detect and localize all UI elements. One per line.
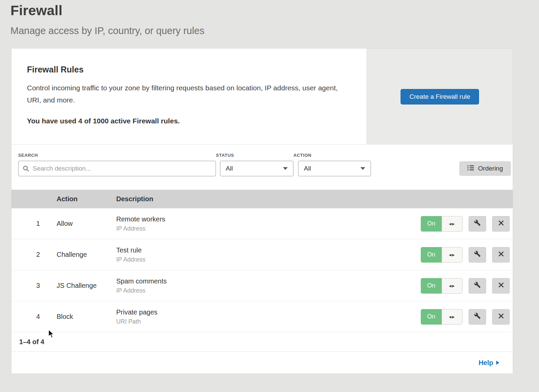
pagination-row: 1–4 of 4 [11, 332, 513, 352]
arrow-right-icon [496, 361, 499, 365]
delete-rule-button[interactable] [492, 247, 510, 263]
ordering-button-label: Ordering [478, 165, 503, 172]
rule-match-field: IP Address [116, 287, 421, 294]
rule-toggle: On ◂▸ [421, 247, 463, 263]
action-select-value: All [304, 165, 311, 172]
toggle-on-button[interactable]: On [421, 278, 442, 294]
help-link-label: Help [479, 359, 493, 367]
close-icon [498, 251, 504, 259]
rule-action: Allow [57, 220, 116, 228]
pagination-label: 1–4 of 4 [19, 338, 44, 346]
help-row: Help [11, 352, 513, 373]
rule-description-cell: Spam comments IP Address [116, 277, 421, 294]
description-column-header: Description [116, 195, 513, 203]
table-row: 4 Block Private pages URI Path On ◂▸ [11, 301, 513, 332]
search-filter-group: SEARCH [18, 153, 216, 176]
action-column-header: Action [57, 195, 116, 203]
edit-rule-button[interactable] [469, 216, 486, 232]
close-icon [498, 313, 504, 321]
rule-description-cell: Test rule IP Address [116, 246, 421, 263]
rule-action: JS Challenge [57, 282, 116, 290]
delete-rule-button[interactable] [492, 216, 510, 232]
wrench-icon [474, 219, 481, 228]
table-row: 1 Allow Remote workers IP Address On ◂▸ [11, 208, 513, 239]
search-field-wrap [18, 161, 216, 176]
edit-rule-button[interactable] [469, 309, 486, 325]
rule-toggle: On ◂▸ [421, 278, 463, 294]
chevron-down-icon [360, 167, 365, 170]
close-icon [498, 282, 504, 290]
rule-controls: On ◂▸ [421, 278, 513, 294]
toggle-handle[interactable]: ◂▸ [442, 309, 463, 325]
rule-description: Private pages [116, 308, 421, 316]
rule-priority: 2 [11, 251, 57, 259]
rule-description: Spam comments [116, 277, 421, 285]
firewall-rules-card: Firewall Rules Control incoming traffic … [11, 48, 513, 374]
rule-action: Challenge [57, 251, 116, 259]
close-icon [498, 220, 504, 228]
rule-toggle: On ◂▸ [421, 309, 463, 325]
rule-controls: On ◂▸ [421, 216, 513, 232]
status-label: STATUS [216, 153, 293, 158]
wrench-icon [474, 250, 481, 259]
create-firewall-rule-button[interactable]: Create a Firewall rule [401, 89, 479, 104]
rule-description-cell: Private pages URI Path [116, 308, 421, 325]
toggle-handle[interactable]: ◂▸ [442, 216, 463, 232]
edit-rule-button[interactable] [469, 278, 486, 294]
action-select[interactable]: All [298, 161, 371, 176]
search-label: SEARCH [18, 153, 216, 158]
page-header: Firewall Manage access by IP, country, o… [0, 0, 539, 36]
wrench-icon [474, 281, 481, 290]
delete-rule-button[interactable] [492, 309, 510, 325]
action-label: ACTION [293, 153, 371, 158]
status-filter-group: STATUS All [216, 153, 293, 176]
wrench-icon [474, 312, 481, 321]
toggle-handle[interactable]: ◂▸ [442, 278, 463, 294]
rule-action: Block [57, 313, 116, 321]
rules-info: Firewall Rules Control incoming traffic … [11, 49, 367, 144]
search-input[interactable] [18, 161, 216, 176]
help-link[interactable]: Help [479, 359, 499, 367]
rule-controls: On ◂▸ [421, 309, 513, 325]
toggle-on-button[interactable]: On [421, 247, 442, 263]
table-row: 2 Challenge Test rule IP Address On ◂▸ [11, 239, 513, 270]
toggle-on-button[interactable]: On [421, 216, 442, 232]
chevron-down-icon [283, 167, 288, 170]
rule-description-cell: Remote workers IP Address [116, 215, 421, 232]
delete-rule-button[interactable] [492, 278, 510, 294]
ordering-list-icon [467, 165, 474, 173]
edit-rule-button[interactable] [469, 247, 486, 263]
table-row: 3 JS Challenge Spam comments IP Address … [11, 270, 513, 301]
toggle-on-button[interactable]: On [421, 309, 442, 325]
rule-description: Remote workers [116, 215, 421, 223]
table-header: Action Description [11, 190, 513, 208]
rules-info-description: Control incoming traffic to your zone by… [27, 82, 343, 106]
action-filter-group: ACTION All [293, 153, 371, 176]
rule-priority: 3 [11, 282, 57, 290]
firewall-page: Firewall Manage access by IP, country, o… [0, 0, 539, 392]
status-select[interactable]: All [220, 161, 293, 176]
ordering-button[interactable]: Ordering [459, 161, 511, 176]
page-subtitle: Manage access by IP, country, or query r… [10, 25, 539, 36]
search-icon [23, 165, 29, 172]
rule-match-field: IP Address [116, 225, 421, 232]
rule-priority: 1 [11, 220, 57, 228]
rule-match-field: IP Address [116, 256, 421, 263]
rules-info-title: Firewall Rules [27, 65, 343, 74]
page-title: Firewall [10, 3, 539, 19]
status-select-value: All [226, 165, 233, 172]
toggle-handle[interactable]: ◂▸ [442, 247, 463, 263]
rule-controls: On ◂▸ [421, 247, 513, 263]
rule-toggle: On ◂▸ [421, 216, 463, 232]
rule-priority: 4 [11, 313, 57, 321]
rules-usage-note: You have used 4 of 1000 active Firewall … [27, 117, 343, 125]
rule-match-field: URI Path [116, 318, 421, 325]
rules-info-section: Firewall Rules Control incoming traffic … [11, 49, 513, 145]
create-rule-panel: Create a Firewall rule [367, 49, 513, 144]
rule-description: Test rule [116, 246, 421, 254]
filter-bar: SEARCH STATUS All ACTION All [11, 145, 513, 190]
